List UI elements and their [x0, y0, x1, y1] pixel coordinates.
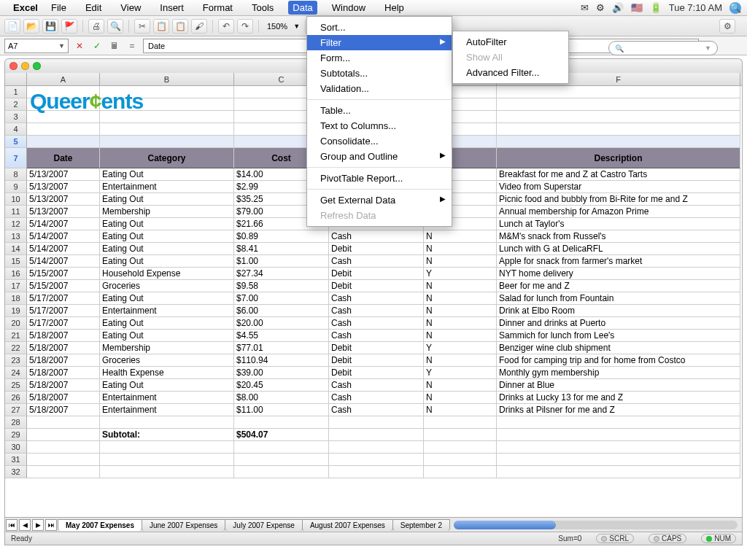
cell[interactable]: Entertainment — [100, 404, 234, 416]
cell[interactable]: Cash — [329, 379, 424, 392]
cell[interactable]: Debit — [329, 268, 424, 280]
cell[interactable]: $27.34 — [234, 268, 329, 280]
menu-view[interactable]: View — [116, 1, 145, 15]
cell[interactable]: Lunch at Taylor's — [497, 218, 740, 230]
cell[interactable] — [100, 136, 234, 148]
cell[interactable] — [497, 123, 740, 136]
print-button[interactable]: 🖨 — [88, 19, 104, 34]
row-header[interactable]: 24 — [5, 367, 27, 379]
cell[interactable] — [497, 111, 740, 123]
cell[interactable]: Health Expense — [100, 367, 234, 379]
tab-nav-prev[interactable]: ◀ — [19, 519, 31, 531]
cell[interactable]: Y — [424, 268, 497, 280]
cell[interactable]: Entertainment — [100, 181, 234, 193]
cell[interactable]: 5/17/2007 — [27, 317, 100, 330]
row-header[interactable]: 17 — [5, 280, 27, 292]
row-header[interactable]: 2 — [5, 98, 27, 111]
cell[interactable]: Dinner at Blue — [497, 379, 740, 392]
minimize-window-icon[interactable] — [21, 62, 29, 70]
volume-icon[interactable]: 🔊 — [612, 2, 624, 13]
menu-item[interactable]: Advanced Filter... — [453, 65, 568, 80]
cell[interactable]: 5/14/2007 — [27, 230, 100, 243]
cell[interactable]: Debit — [329, 354, 424, 367]
row-header[interactable]: 28 — [5, 416, 27, 429]
cell[interactable]: Debit — [329, 367, 424, 379]
cell[interactable]: Benziger wine club shipment — [497, 342, 740, 354]
row-header[interactable]: 19 — [5, 305, 27, 317]
row-header[interactable]: 26 — [5, 392, 27, 404]
cell[interactable] — [100, 466, 234, 478]
cell[interactable]: Cash — [329, 305, 424, 317]
row-header[interactable]: 22 — [5, 342, 27, 354]
cell[interactable]: Video from Superstar — [497, 181, 740, 193]
row-header[interactable]: 12 — [5, 218, 27, 230]
cell[interactable] — [424, 454, 497, 466]
cell[interactable] — [27, 454, 100, 466]
menu-file[interactable]: File — [47, 1, 71, 15]
clock[interactable]: Tue 7:10 AM — [669, 2, 722, 13]
cell[interactable]: Picnic food and bubbly from Bi-Rite for … — [497, 193, 740, 206]
cell[interactable] — [497, 98, 740, 111]
cell[interactable]: Dinner and drinks at Puerto — [497, 317, 740, 330]
menu-item[interactable]: Sort... — [307, 20, 452, 35]
menu-item[interactable]: Group and Outline▶ — [307, 149, 452, 164]
row-header[interactable]: 13 — [5, 230, 27, 243]
row-header[interactable]: 8 — [5, 168, 27, 181]
cell[interactable]: Cash — [329, 230, 424, 243]
cell[interactable]: N — [424, 292, 497, 305]
cell[interactable]: $20.00 — [234, 317, 329, 330]
menu-window[interactable]: Window — [328, 1, 370, 15]
cell[interactable]: $4.55 — [234, 330, 329, 342]
row-header[interactable]: 23 — [5, 354, 27, 367]
cell[interactable]: Groceries — [100, 354, 234, 367]
cell[interactable] — [497, 429, 740, 441]
cell[interactable] — [234, 441, 329, 454]
cell[interactable]: 5/15/2007 — [27, 268, 100, 280]
tab-nav-last[interactable]: ⏭ — [45, 519, 57, 531]
row-header[interactable]: 10 — [5, 193, 27, 206]
sheet-tab[interactable]: September 2 — [392, 519, 450, 531]
cell[interactable] — [497, 416, 740, 429]
flag-button[interactable]: 🚩 — [61, 19, 77, 34]
flag-icon[interactable]: 🇺🇸 — [631, 2, 643, 13]
row-header[interactable]: 4 — [5, 123, 27, 136]
cell[interactable] — [329, 441, 424, 454]
save-button[interactable]: 💾 — [42, 19, 58, 34]
cell[interactable]: $1.00 — [234, 255, 329, 268]
mail-icon[interactable]: ✉ — [581, 2, 589, 13]
cell[interactable]: Drink at Elbo Room — [497, 305, 740, 317]
cell[interactable] — [27, 123, 100, 136]
cell[interactable]: 5/18/2007 — [27, 330, 100, 342]
menu-item[interactable]: Filter▶ — [307, 35, 452, 50]
zoom-window-icon[interactable] — [33, 62, 41, 70]
cell[interactable]: 5/18/2007 — [27, 342, 100, 354]
cell[interactable]: 5/18/2007 — [27, 367, 100, 379]
cell[interactable] — [234, 466, 329, 478]
menu-item[interactable]: Consolidate... — [307, 133, 452, 149]
cell[interactable]: Entertainment — [100, 305, 234, 317]
cell[interactable]: Membership — [100, 342, 234, 354]
col-header-A[interactable]: A — [27, 73, 100, 85]
cell[interactable]: Apple for snack from farmer's market — [497, 255, 740, 268]
cell[interactable]: Lunch with G at DelicaRFL — [497, 243, 740, 255]
cell[interactable] — [329, 416, 424, 429]
menu-item[interactable]: PivotTable Report... — [307, 171, 452, 186]
cell[interactable]: Eating Out — [100, 168, 234, 181]
cell[interactable] — [27, 136, 100, 148]
menu-insert[interactable]: Insert — [155, 1, 188, 15]
cell[interactable]: $9.58 — [234, 280, 329, 292]
cell[interactable]: 5/14/2007 — [27, 243, 100, 255]
cell[interactable]: N — [424, 330, 497, 342]
row-header[interactable]: 32 — [5, 466, 27, 478]
header-cell[interactable]: Description — [497, 148, 740, 168]
search-box[interactable]: ▼ — [608, 41, 718, 55]
cell[interactable]: Eating Out — [100, 218, 234, 230]
row-header[interactable]: 9 — [5, 181, 27, 193]
row-header[interactable]: 3 — [5, 111, 27, 123]
preview-button[interactable]: 🔍 — [107, 19, 123, 34]
battery-icon[interactable]: 🔋 — [650, 2, 662, 13]
row-header[interactable]: 18 — [5, 292, 27, 305]
copy-button[interactable]: 📋 — [153, 19, 169, 34]
cell[interactable]: 5/14/2007 — [27, 255, 100, 268]
cell[interactable]: 5/18/2007 — [27, 354, 100, 367]
